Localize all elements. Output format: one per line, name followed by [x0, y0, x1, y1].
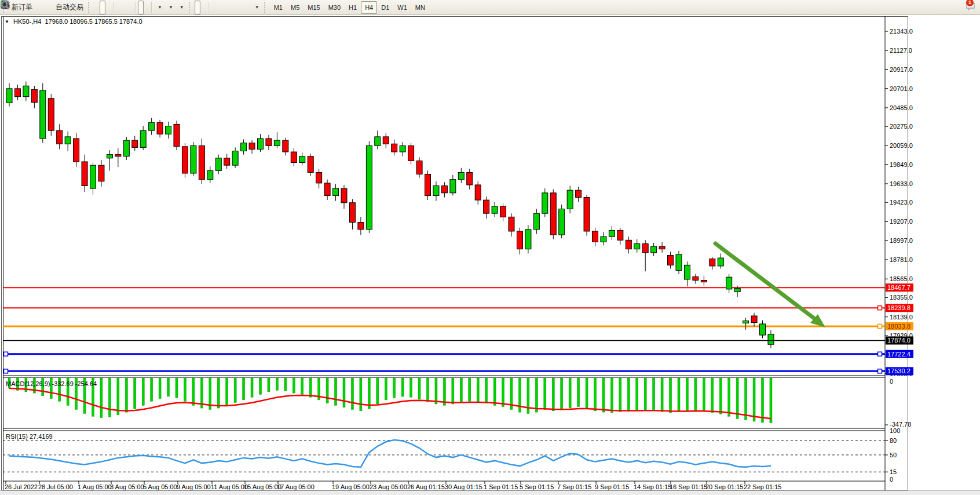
svg-text:20917.0: 20917.0 — [890, 66, 913, 73]
indicators-button[interactable]: ▼ — [154, 1, 165, 14]
chart-shift-button[interactable] — [144, 1, 149, 14]
auto-scroll-button[interactable] — [138, 1, 144, 14]
zoom-out-button[interactable] — [122, 1, 127, 14]
rsi-indicator-label: RSI(15) 27.4169 — [6, 433, 53, 440]
arrows-tool-button[interactable]: ▼ — [251, 1, 262, 14]
svg-text:9 Sep 01:15: 9 Sep 01:15 — [595, 483, 629, 490]
svg-text:14 Sep 01:15: 14 Sep 01:15 — [634, 483, 671, 490]
svg-text:17 Aug 05:00: 17 Aug 05:00 — [277, 483, 315, 490]
text-tool-button[interactable]: A — [240, 1, 246, 14]
svg-text:9 Aug 05:00: 9 Aug 05:00 — [177, 483, 211, 490]
chevron-down-icon: ▼ — [158, 5, 162, 10]
svg-text:19423.0: 19423.0 — [890, 199, 913, 206]
svg-text:18355.0: 18355.0 — [890, 294, 913, 301]
label-tool-button[interactable]: T — [246, 1, 251, 14]
new-order-label: 新订单 — [12, 2, 32, 12]
svg-text:17722.4: 17722.4 — [887, 351, 910, 358]
chart-window: ▼ HK50-,H4 17968.0 18096.5 17865.5 17874… — [0, 15, 980, 495]
timeframe-d1-button[interactable]: D1 — [377, 1, 393, 14]
cursor-tool-button[interactable] — [195, 1, 200, 14]
timeframe-mn-button[interactable]: MN — [411, 1, 429, 14]
svg-text:26 Aug 01:15: 26 Aug 01:15 — [407, 483, 445, 490]
metaeditor-button[interactable] — [35, 1, 41, 14]
chevron-down-icon: ▼ — [255, 5, 259, 10]
templates-button[interactable]: ▼ — [176, 1, 187, 14]
timeframe-h1-button[interactable]: H1 — [345, 1, 361, 14]
chevron-down-icon: ▼ — [180, 5, 184, 10]
svg-text:19633.0: 19633.0 — [890, 180, 913, 187]
svg-text:18565.0: 18565.0 — [890, 275, 913, 282]
svg-text:20 Sep 01:15: 20 Sep 01:15 — [705, 483, 743, 490]
toolbar-grip — [189, 2, 193, 13]
timeframe-m30-button[interactable]: M30 — [324, 1, 345, 14]
toolbar-grip — [88, 2, 92, 13]
channel-tool-button[interactable]: E — [228, 1, 234, 14]
svg-text:28 Jul 05:00: 28 Jul 05:00 — [38, 483, 73, 490]
timeframe-m1-button[interactable]: M1 — [270, 1, 287, 14]
svg-text:0: 0 — [890, 476, 893, 483]
svg-text:50: 50 — [890, 452, 897, 458]
svg-text:16 Sep 01:15: 16 Sep 01:15 — [670, 483, 707, 490]
svg-text:1 Sep 01:15: 1 Sep 01:15 — [484, 483, 518, 490]
svg-text:21127.0: 21127.0 — [890, 47, 912, 54]
svg-text:18239.8: 18239.8 — [887, 304, 910, 311]
price-chart-canvas[interactable]: 21343.021127.020917.020701.020485.020275… — [0, 15, 980, 495]
chart-title: ▼ HK50-,H4 17968.0 18096.5 17865.5 17874… — [5, 18, 142, 25]
notifications-button[interactable]: 1 — [965, 1, 971, 14]
profile-button[interactable] — [41, 1, 47, 14]
bar-chart-button[interactable] — [94, 1, 100, 14]
svg-text:7 Sep 01:15: 7 Sep 01:15 — [557, 483, 591, 490]
horizontal-line-tool-button[interactable] — [217, 1, 222, 14]
timeframe-m5-button[interactable]: M5 — [287, 1, 303, 14]
ohlc-values: 17968.0 18096.5 17865.5 17874.0 — [45, 18, 142, 25]
toolbar-grip — [264, 2, 268, 13]
svg-text:80: 80 — [890, 437, 897, 444]
crosshair-tool-button[interactable] — [200, 1, 206, 14]
svg-text:19 Aug 05:00: 19 Aug 05:00 — [332, 483, 370, 490]
svg-text:0: 0 — [890, 378, 893, 385]
svg-text:17530.2: 17530.2 — [887, 367, 910, 374]
svg-text:5 Sep 01:15: 5 Sep 01:15 — [520, 483, 554, 490]
periods-button[interactable]: ▼ — [165, 1, 176, 14]
vertical-line-tool-button[interactable] — [211, 1, 217, 14]
timeframe-w1-button[interactable]: W1 — [393, 1, 411, 14]
candlestick-chart-button[interactable] — [100, 1, 105, 14]
svg-text:5 Aug 05:00: 5 Aug 05:00 — [143, 483, 177, 490]
trendline-tool-button[interactable] — [222, 1, 228, 14]
timeframe-m15-button[interactable]: M15 — [303, 1, 324, 14]
new-order-button[interactable]: 新订单 — [9, 1, 35, 14]
svg-text:15: 15 — [890, 468, 897, 475]
toolbar-separator — [208, 2, 209, 13]
svg-text:21343.0: 21343.0 — [890, 28, 913, 35]
symbol-period-label: HK50-,H4 — [13, 18, 41, 25]
chevron-down-icon: ▼ — [169, 5, 173, 10]
zoom-in-button[interactable] — [116, 1, 122, 14]
fibonacci-tool-button[interactable]: F — [234, 1, 240, 14]
search-icon — [0, 0, 10, 10]
main-toolbar: 新订单 自动交易 — [0, 0, 980, 15]
svg-text:18033.8: 18033.8 — [887, 323, 910, 330]
svg-text:17874.0: 17874.0 — [887, 337, 910, 344]
toolbar-separator — [135, 2, 136, 13]
svg-text:18997.0: 18997.0 — [890, 237, 913, 244]
search-button[interactable] — [959, 1, 965, 14]
svg-text:22 Sep 01:15: 22 Sep 01:15 — [744, 483, 781, 490]
window-menu-icon[interactable]: ▼ — [5, 19, 9, 24]
autotrade-button[interactable]: 自动交易 — [53, 1, 86, 14]
svg-text:20701.0: 20701.0 — [890, 85, 913, 92]
macd-indicator-label: MACD(12,26,9) -332.69 -254.64 — [6, 380, 97, 387]
svg-text:1 Aug 05:00: 1 Aug 05:00 — [78, 483, 112, 490]
svg-text:20275.0: 20275.0 — [890, 123, 913, 130]
timeframe-h4-button[interactable]: H4 — [361, 1, 377, 14]
tile-windows-button[interactable] — [127, 1, 133, 14]
svg-text:3 Aug 05:00: 3 Aug 05:00 — [110, 483, 144, 490]
signals-button[interactable] — [47, 1, 53, 14]
svg-text:19207.0: 19207.0 — [890, 218, 913, 225]
line-chart-button[interactable] — [105, 1, 111, 14]
toolbar-separator — [113, 2, 114, 13]
svg-text:30 Aug 01:15: 30 Aug 01:15 — [445, 483, 482, 490]
svg-text:19849.0: 19849.0 — [890, 161, 913, 168]
svg-text:18139.0: 18139.0 — [890, 314, 913, 321]
svg-text:11 Aug 05:00: 11 Aug 05:00 — [211, 483, 248, 490]
svg-text:23 Aug 05:00: 23 Aug 05:00 — [370, 483, 407, 490]
